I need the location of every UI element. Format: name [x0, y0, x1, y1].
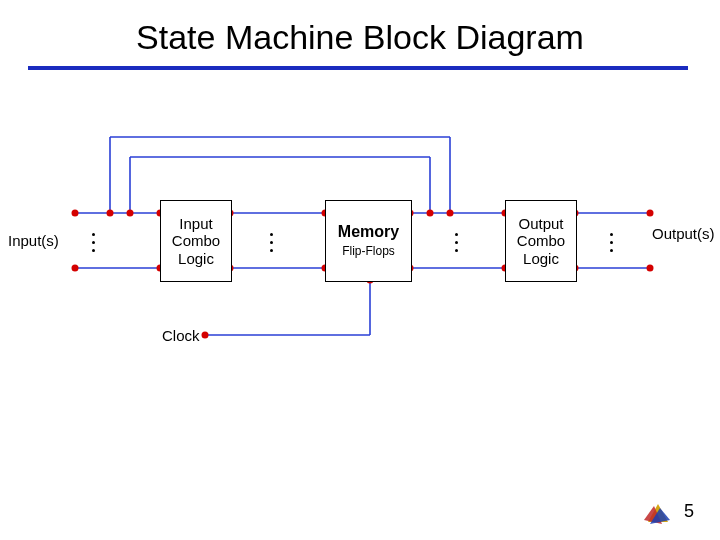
clock-label: Clock — [162, 327, 200, 344]
svg-point-33 — [427, 210, 434, 217]
ellipsis-dots — [92, 233, 95, 252]
block-memory: Memory Flip-Flops — [325, 200, 412, 282]
block-output-combo-logic: Output Combo Logic — [505, 200, 577, 282]
svg-point-31 — [647, 265, 654, 272]
svg-point-30 — [647, 210, 654, 217]
block-line: Combo — [172, 232, 220, 249]
slide-logo-icon — [644, 500, 670, 526]
block-line: Memory — [338, 223, 399, 241]
ellipsis-dots — [610, 233, 613, 252]
block-line: Combo — [517, 232, 565, 249]
block-input-combo-logic: Input Combo Logic — [160, 200, 232, 282]
page-title: State Machine Block Diagram — [0, 18, 720, 57]
title-underline — [28, 66, 688, 70]
ellipsis-dots — [270, 233, 273, 252]
page-number: 5 — [684, 501, 694, 522]
block-line: Logic — [178, 250, 214, 267]
block-line: Input — [179, 215, 212, 232]
block-line: Output — [518, 215, 563, 232]
svg-point-35 — [127, 210, 134, 217]
ellipsis-dots — [455, 233, 458, 252]
block-line: Logic — [523, 250, 559, 267]
svg-point-32 — [447, 210, 454, 217]
block-line: Flip-Flops — [342, 245, 395, 259]
inputs-label: Input(s) — [8, 232, 59, 249]
svg-point-16 — [72, 210, 79, 217]
svg-point-34 — [107, 210, 114, 217]
svg-point-36 — [202, 332, 209, 339]
outputs-label: Output(s) — [652, 225, 715, 242]
svg-point-17 — [72, 265, 79, 272]
